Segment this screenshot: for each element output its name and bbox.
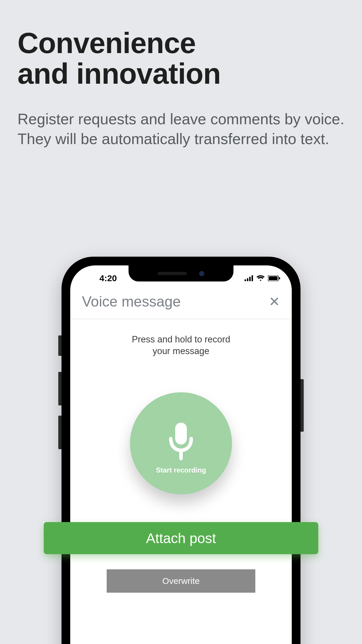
svg-rect-0 xyxy=(245,279,246,281)
record-label: Start recording xyxy=(156,466,206,474)
svg-rect-6 xyxy=(279,277,280,279)
power-button xyxy=(301,379,304,432)
cellular-signal-icon xyxy=(245,275,253,281)
svg-rect-7 xyxy=(175,423,187,444)
overwrite-button[interactable]: Overwrite xyxy=(107,569,255,593)
hero-title-line2: and innovation xyxy=(17,57,221,90)
hero-title-line1: Convenience xyxy=(17,27,196,59)
battery-icon xyxy=(268,275,280,281)
svg-rect-5 xyxy=(269,276,277,280)
wifi-icon xyxy=(256,275,265,281)
microphone-icon xyxy=(164,412,198,463)
record-instruction: Press and hold to record your message xyxy=(132,334,230,357)
screen-title: Voice message xyxy=(82,293,181,310)
record-button[interactable]: Start recording xyxy=(130,392,232,494)
instruction-line1: Press and hold to record xyxy=(132,334,230,344)
screen-header: Voice message ✕ xyxy=(70,287,292,319)
status-time: 4:20 xyxy=(82,273,134,283)
attach-post-button[interactable]: Attach post xyxy=(44,522,318,554)
hero-subtitle: Register requests and leave comments by … xyxy=(17,109,345,149)
svg-rect-2 xyxy=(249,277,251,281)
close-icon[interactable]: ✕ xyxy=(269,294,280,309)
speaker-grille xyxy=(158,272,187,275)
volume-down-button xyxy=(58,416,61,449)
volume-up-button xyxy=(58,372,61,405)
instruction-line2: your message xyxy=(153,346,210,356)
front-camera xyxy=(199,271,204,276)
attach-post-label: Attach post xyxy=(146,530,216,546)
phone-notch xyxy=(129,265,233,281)
svg-rect-3 xyxy=(252,275,253,281)
mute-switch xyxy=(58,335,61,356)
hero-title: Convenience and innovation xyxy=(17,28,345,89)
overwrite-label: Overwrite xyxy=(162,576,200,586)
svg-rect-1 xyxy=(247,278,248,281)
